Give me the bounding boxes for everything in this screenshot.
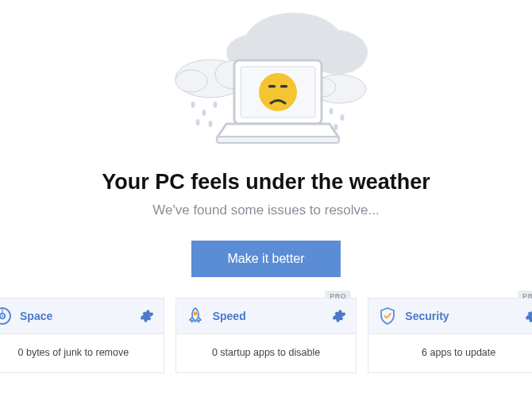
svg-point-11	[196, 119, 200, 125]
card-security[interactable]: PRO Security 6 apps to update	[368, 298, 532, 373]
card-space-title: Space	[20, 310, 140, 322]
svg-point-19	[259, 73, 297, 111]
card-space[interactable]: Space 0 bytes of junk to remove	[0, 298, 164, 373]
card-speed-header: Speed	[176, 299, 357, 334]
status-cards-row: Space 0 bytes of junk to remove PRO Spee…	[0, 277, 532, 373]
disk-icon	[0, 306, 12, 326]
page-headline: Your PC feels under the weather	[0, 170, 532, 195]
page-subhead: We've found some issues to resolve...	[0, 202, 532, 218]
svg-point-12	[209, 121, 213, 127]
card-security-title: Security	[405, 310, 525, 322]
card-speed-title: Speed	[213, 310, 333, 322]
svg-point-10	[214, 102, 218, 108]
card-space-status: 0 bytes of junk to remove	[0, 334, 164, 372]
svg-point-25	[2, 315, 3, 317]
gear-icon[interactable]	[332, 309, 346, 323]
svg-rect-20	[268, 85, 276, 88]
gear-icon[interactable]	[525, 309, 532, 323]
svg-point-13	[330, 108, 333, 114]
svg-rect-21	[280, 85, 287, 88]
shield-icon	[378, 306, 397, 326]
make-it-better-button[interactable]: Make it better	[191, 241, 341, 277]
card-speed-status: 0 startup apps to disable	[176, 334, 357, 372]
card-speed[interactable]: PRO Speed 0 startup apps to disable	[175, 298, 357, 373]
rocket-icon	[186, 306, 205, 326]
svg-point-5	[175, 70, 207, 92]
svg-point-26	[194, 312, 196, 314]
svg-point-14	[341, 114, 345, 121]
weather-laptop-illustration	[155, 3, 377, 162]
gear-icon[interactable]	[140, 309, 154, 323]
svg-point-8	[191, 102, 195, 108]
card-space-header: Space	[0, 299, 164, 334]
card-security-header: Security	[368, 299, 532, 334]
svg-point-9	[202, 110, 206, 116]
card-security-status: 6 apps to update	[368, 334, 532, 372]
svg-rect-18	[217, 137, 339, 143]
